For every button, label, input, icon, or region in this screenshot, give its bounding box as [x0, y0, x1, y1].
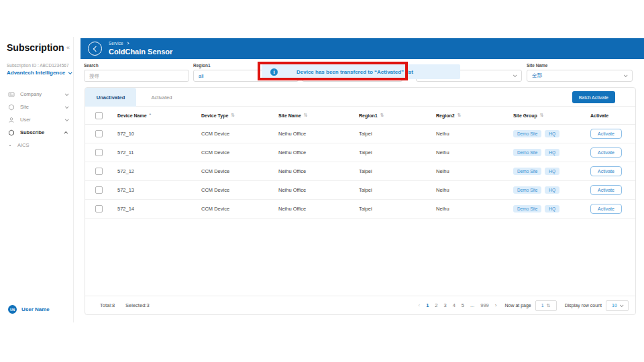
subscribe-icon — [8, 129, 15, 136]
select-all-checkbox[interactable] — [95, 112, 103, 119]
region1-cell: Taipei — [354, 206, 431, 212]
tenant-selector[interactable]: Advantech Intelligence — [7, 70, 71, 76]
user-profile[interactable]: UN User Name — [8, 305, 50, 314]
site-group-badge: Demo Site — [513, 186, 541, 194]
region2-cell: Neihu — [431, 131, 508, 137]
total-count: Total:8 — [100, 302, 115, 308]
activate-button[interactable]: Activate — [590, 185, 622, 195]
sidebar-title: Subscription — [7, 42, 64, 53]
sort-icon[interactable]: ⇅ — [458, 113, 462, 118]
subscription-id: Subscription ID : ABCD1234567 — [7, 63, 69, 68]
sidebar-item-label: Site — [20, 104, 29, 110]
site-name-cell: Neihu Office — [273, 149, 354, 156]
sidebar-item-site[interactable]: Site — [0, 101, 73, 113]
row-checkbox[interactable] — [95, 130, 103, 137]
page-button[interactable]: 5 — [462, 302, 464, 308]
chevron-down-icon — [620, 303, 624, 307]
chevron-down-icon — [68, 70, 72, 74]
site-name-label: Site Name — [527, 63, 547, 68]
table-row: 572_12 CCM Device Neihu Office Taipei Ne… — [85, 162, 635, 181]
device-name-cell: 572_13 — [112, 187, 196, 193]
prev-page-button[interactable]: ‹ — [418, 302, 420, 308]
selected-count: Selected:3 — [125, 302, 149, 308]
sidebar-menu: Company Site User Subscribe — [0, 88, 73, 152]
activate-button[interactable]: Activate — [590, 147, 622, 158]
chevron-down-icon — [65, 105, 69, 109]
region2-cell: Neihu — [431, 149, 508, 156]
col-activate: Activate — [585, 113, 637, 118]
sort-icon[interactable]: ⇅ — [380, 113, 384, 118]
device-type-cell: CCM Device — [196, 187, 273, 193]
region2-cell: Neihu — [431, 168, 508, 174]
batch-activate-button[interactable]: Batch Activate — [572, 91, 615, 103]
back-button[interactable] — [88, 42, 102, 56]
region2-cell: Neihu — [431, 187, 508, 193]
activate-button[interactable]: Activate — [590, 129, 622, 139]
table-footer: Total:8 Selected:3 ‹ 1 2 3 4 5 ... 999 › — [85, 296, 635, 314]
page-button[interactable]: 1 — [426, 302, 429, 308]
sidebar-subitem-aics[interactable]: AICS — [0, 139, 73, 152]
search-input[interactable] — [84, 70, 189, 82]
row-count-select[interactable]: 10 — [606, 300, 629, 311]
row-count-value: 10 — [612, 303, 617, 308]
tenant-name: Advantech Intelligence — [7, 70, 65, 76]
device-name-cell: 572_14 — [112, 206, 196, 212]
sort-icon[interactable]: ⇅ — [304, 113, 308, 118]
sidebar: Subscription « Subscription ID : ABCD123… — [0, 37, 74, 322]
site-name-cell: Neihu Office — [273, 131, 354, 137]
site-group-cell: Demo SiteHQ — [508, 186, 585, 194]
page-title: ColdChain Sensor — [109, 48, 172, 56]
site-group-badge: Demo Site — [513, 168, 541, 175]
col-device-type[interactable]: Device Type⇅ — [196, 113, 273, 118]
site-group-badge: HQ — [545, 168, 559, 175]
user-icon — [8, 117, 15, 123]
chevron-right-icon — [126, 42, 129, 44]
col-device-name[interactable]: Device Nameˆ — [112, 113, 196, 118]
tab-unactivated[interactable]: Unactivated — [85, 88, 136, 107]
activate-button[interactable]: Activate — [590, 166, 622, 176]
col-region2[interactable]: Region2⇅ — [431, 113, 508, 118]
tab-activated[interactable]: Activated — [136, 88, 187, 107]
device-name-cell: 572_11 — [112, 149, 196, 156]
user-name: User Name — [21, 306, 50, 312]
stepper-arrows-icon[interactable]: ⇅ — [547, 303, 551, 308]
sidebar-collapse-icon[interactable]: « — [66, 44, 70, 51]
main-panel: Service ColdChain Sensor Search Region1 … — [80, 38, 644, 322]
sort-asc-icon[interactable]: ˆ — [150, 113, 151, 118]
breadcrumb-service[interactable]: Service — [109, 41, 123, 46]
sidebar-subitem-label: AICS — [17, 142, 30, 148]
page-number-stepper[interactable]: 1 ⇅ — [535, 300, 557, 311]
device-type-cell: CCM Device — [196, 168, 273, 174]
col-region1[interactable]: Region1⇅ — [354, 113, 431, 118]
site-name-cell: Neihu Office — [273, 168, 354, 174]
breadcrumb[interactable]: Service — [109, 41, 172, 46]
page-button[interactable]: 3 — [443, 302, 446, 308]
sort-icon[interactable]: ⇅ — [540, 113, 544, 118]
sidebar-item-label: Company — [20, 91, 42, 97]
region1-label: Region1 — [193, 63, 211, 68]
site-group-cell: Demo SiteHQ — [508, 130, 585, 137]
region1-cell: Taipei — [354, 149, 431, 156]
pagination: ‹ 1 2 3 4 5 ... 999 › — [418, 302, 496, 308]
page-button[interactable]: 999 — [480, 302, 489, 308]
sidebar-item-subscribe[interactable]: Subscribe — [0, 126, 73, 139]
sidebar-item-company[interactable]: Company — [0, 88, 73, 101]
next-page-button[interactable]: › — [495, 302, 497, 308]
device-type-cell: CCM Device — [196, 149, 273, 156]
page-button[interactable]: 4 — [453, 302, 455, 308]
site-group-badge: Demo Site — [513, 205, 541, 213]
site-group-badge: HQ — [545, 130, 559, 137]
col-site-group[interactable]: Site Group⇅ — [508, 113, 585, 118]
display-row-count-label: Display row count — [565, 303, 602, 308]
col-site-name[interactable]: Site Name⇅ — [273, 113, 354, 118]
row-checkbox[interactable] — [95, 186, 103, 194]
row-checkbox[interactable] — [95, 149, 103, 156]
row-checkbox[interactable] — [95, 205, 103, 213]
site-name-select[interactable]: 全部 — [527, 70, 633, 82]
row-checkbox[interactable] — [95, 168, 103, 175]
activate-button[interactable]: Activate — [590, 204, 622, 214]
sidebar-item-user[interactable]: User — [0, 113, 73, 126]
app-canvas: Subscription « Subscription ID : ABCD123… — [0, 0, 644, 362]
sort-icon[interactable]: ⇅ — [231, 113, 235, 118]
page-button[interactable]: 2 — [435, 302, 437, 308]
